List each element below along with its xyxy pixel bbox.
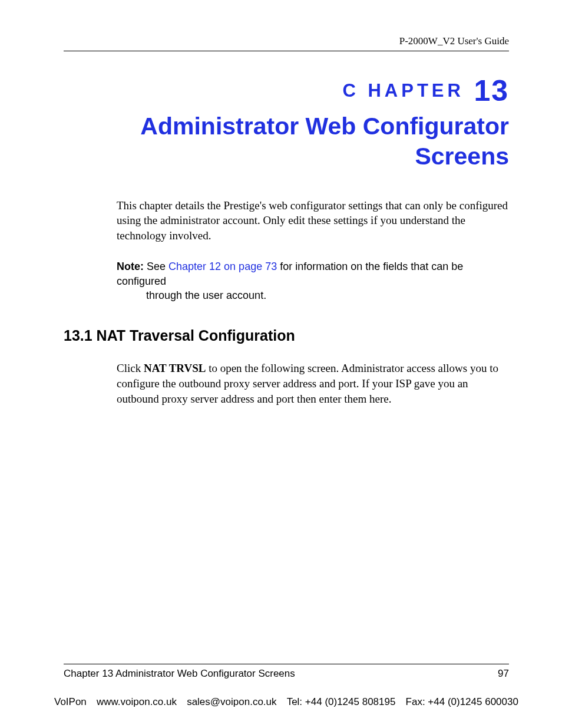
note-link[interactable]: Chapter 12 on page 73 [168, 261, 277, 272]
page-header: P-2000W_V2 User's Guide [64, 35, 509, 51]
note-line2: through the user account. [146, 289, 266, 301]
section-body-bold: NAT TRVSL [144, 362, 206, 374]
note-block: Note: See Chapter 12 on page 73 for info… [117, 259, 509, 302]
footer-top: Chapter 13 Administrator Web Configurato… [64, 664, 509, 680]
guide-name: P-2000W_V2 User's Guide [399, 35, 509, 47]
footer-tel: Tel: +44 (0)1245 808195 [287, 696, 396, 708]
note-label: Note: [117, 261, 144, 272]
chapter-label: C HAPTER 13 [64, 74, 509, 108]
chapter-intro: This chapter details the Prestige's web … [117, 198, 509, 243]
chapter-number: 13 [474, 74, 509, 107]
footer-company: VoIPon [54, 696, 87, 708]
section-heading: 13.1 NAT Traversal Configuration [64, 327, 509, 344]
footer-page-number: 97 [498, 668, 509, 680]
section-body-before: Click [117, 362, 144, 374]
chapter-label-text: C HAPTER [342, 80, 464, 101]
footer-chapter-ref: Chapter 13 Administrator Web Configurato… [64, 668, 295, 680]
section-body: Click NAT TRVSL to open the following sc… [117, 361, 509, 406]
chapter-title: Administrator Web Configurator Screens [64, 111, 509, 172]
footer-fax: Fax: +44 (0)1245 600030 [406, 696, 518, 708]
note-text-before: See [144, 261, 168, 272]
footer-website: www.voipon.co.uk [97, 696, 177, 708]
footer-email: sales@voipon.co.uk [187, 696, 276, 708]
footer-bottom: VoIPon www.voipon.co.uk sales@voipon.co.… [54, 696, 518, 708]
